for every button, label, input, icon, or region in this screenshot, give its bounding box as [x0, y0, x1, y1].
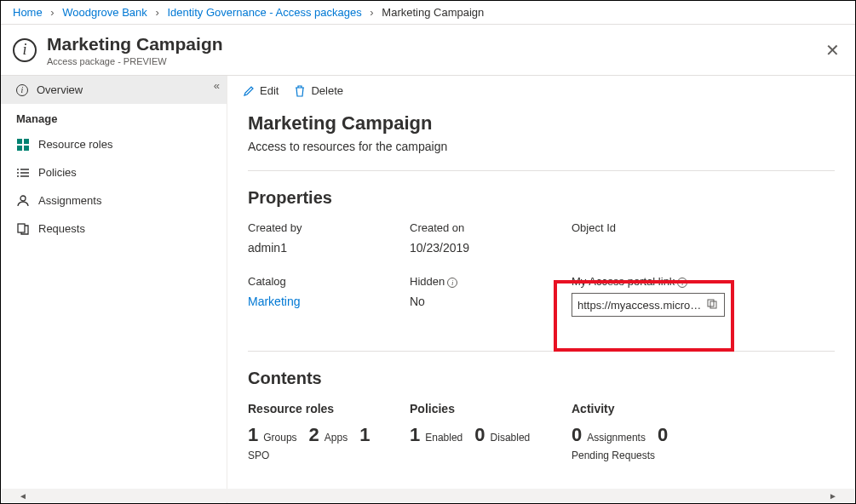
list-icon: [16, 167, 30, 179]
svg-point-10: [20, 196, 26, 201]
sidebar-item-requests[interactable]: Requests: [1, 215, 227, 243]
sidebar-item-label: Policies: [38, 166, 77, 179]
value-hidden: No: [410, 295, 563, 308]
svg-rect-3: [24, 146, 29, 151]
delete-button[interactable]: Delete: [294, 84, 343, 97]
count-value: 1: [359, 424, 370, 446]
page-title: Marketing Campaign: [47, 33, 822, 54]
sidebar-item-label: Overview: [37, 83, 83, 96]
label-object-id: Object Id: [572, 221, 759, 234]
count-label: Enabled: [425, 432, 462, 444]
count-label: Groups: [263, 432, 296, 444]
contents-grid: Resource roles 1Groups 2Apps 1SPO Polici…: [248, 402, 835, 461]
chevron-right-icon: ›: [370, 6, 373, 19]
info-icon[interactable]: i: [447, 278, 457, 288]
value-catalog-link[interactable]: Marketing: [248, 295, 401, 308]
pencil-icon: [243, 85, 255, 97]
sidebar-item-assignments[interactable]: Assignments: [1, 186, 227, 215]
close-icon: ✕: [825, 41, 840, 60]
portal-link-field[interactable]: https://myaccess.micro…: [572, 293, 725, 317]
chevron-left-icon: «: [214, 79, 220, 92]
count-value: 2: [309, 424, 319, 446]
info-icon[interactable]: i: [677, 278, 687, 288]
person-icon: [16, 195, 30, 207]
divider: [248, 351, 835, 352]
toolbar: Edit Delete: [227, 76, 855, 106]
properties-heading: Properties: [248, 188, 835, 208]
trash-icon: [294, 85, 306, 97]
count-label: Assignments: [587, 432, 646, 444]
properties-grid: Created by admin1 Created on 10/23/2019 …: [248, 221, 835, 317]
svg-rect-1: [24, 139, 29, 144]
label-catalog: Catalog: [248, 275, 401, 288]
breadcrumb-current: Marketing Campaign: [382, 6, 484, 19]
button-label: Delete: [311, 84, 343, 97]
svg-rect-2: [17, 146, 22, 151]
sidebar-group-manage: Manage: [1, 104, 227, 130]
breadcrumb-tenant[interactable]: Woodgrove Bank: [62, 6, 147, 19]
button-label: Edit: [260, 84, 279, 97]
overview-description: Access to resources for the campaign: [248, 140, 835, 153]
close-button[interactable]: ✕: [822, 38, 843, 62]
portal-url-text: https://myaccess.micro…: [577, 299, 704, 312]
activity-heading: Activity: [572, 402, 759, 415]
resource-roles-counts: 1Groups 2Apps 1SPO: [248, 424, 401, 461]
sidebar-item-overview[interactable]: i Overview: [1, 76, 227, 104]
count-value: 0: [474, 424, 485, 446]
contents-heading: Contents: [248, 369, 835, 388]
grid-icon: [16, 139, 30, 151]
blade-header: i Marketing Campaign Access package - PR…: [1, 25, 855, 76]
resource-roles-heading: Resource roles: [248, 402, 401, 415]
count-value: 1: [248, 424, 258, 446]
label-hidden: Hiddeni: [410, 275, 563, 288]
requests-icon: [16, 223, 30, 235]
chevron-right-icon: ›: [155, 6, 158, 19]
main-content: Edit Delete Marketing Campaign Access to…: [227, 76, 855, 504]
info-icon: i: [16, 84, 28, 96]
policies-counts: 1Enabled 0Disabled: [410, 424, 563, 446]
overview-title: Marketing Campaign: [248, 112, 835, 135]
label-created-on: Created on: [410, 221, 563, 234]
svg-rect-0: [17, 139, 22, 144]
sidebar-item-label: Assignments: [38, 194, 101, 207]
copy-icon[interactable]: [707, 299, 719, 312]
scroll-left-icon[interactable]: ◄: [15, 491, 31, 501]
count-value: 1: [410, 424, 420, 446]
breadcrumb-governance[interactable]: Identity Governance - Access packages: [167, 6, 361, 19]
activity-counts: 0Assignments 0Pending Requests: [572, 424, 759, 461]
value-created-by: admin1: [248, 241, 401, 255]
policies-heading: Policies: [410, 402, 563, 415]
count-value: 0: [572, 424, 582, 446]
sidebar: « i Overview Manage Resource roles Polic…: [1, 76, 227, 504]
collapse-sidebar-button[interactable]: «: [214, 79, 220, 92]
label-created-by: Created by: [248, 221, 401, 234]
count-value: 0: [658, 424, 668, 446]
sidebar-item-policies[interactable]: Policies: [1, 158, 227, 186]
count-label: Disabled: [491, 432, 531, 444]
count-label: Pending Requests: [572, 450, 655, 461]
breadcrumb: Home › Woodgrove Bank › Identity Governa…: [1, 1, 855, 25]
info-icon: i: [13, 38, 37, 62]
value-created-on: 10/23/2019: [410, 241, 563, 255]
breadcrumb-home[interactable]: Home: [13, 6, 43, 19]
sidebar-item-label: Requests: [38, 222, 85, 235]
sidebar-item-label: Resource roles: [38, 138, 112, 151]
chevron-right-icon: ›: [50, 6, 54, 19]
sidebar-item-resource-roles[interactable]: Resource roles: [1, 130, 227, 158]
page-subtitle: Access package - PREVIEW: [47, 56, 822, 66]
svg-rect-11: [18, 224, 25, 232]
label-portal-link: My Access portal linki: [572, 275, 759, 288]
divider: [248, 170, 835, 171]
edit-button[interactable]: Edit: [243, 84, 279, 97]
count-label: Apps: [325, 432, 348, 444]
count-label: SPO: [248, 450, 269, 461]
horizontal-scrollbar[interactable]: ◄ ►: [2, 489, 854, 502]
scroll-right-icon[interactable]: ►: [825, 491, 841, 501]
